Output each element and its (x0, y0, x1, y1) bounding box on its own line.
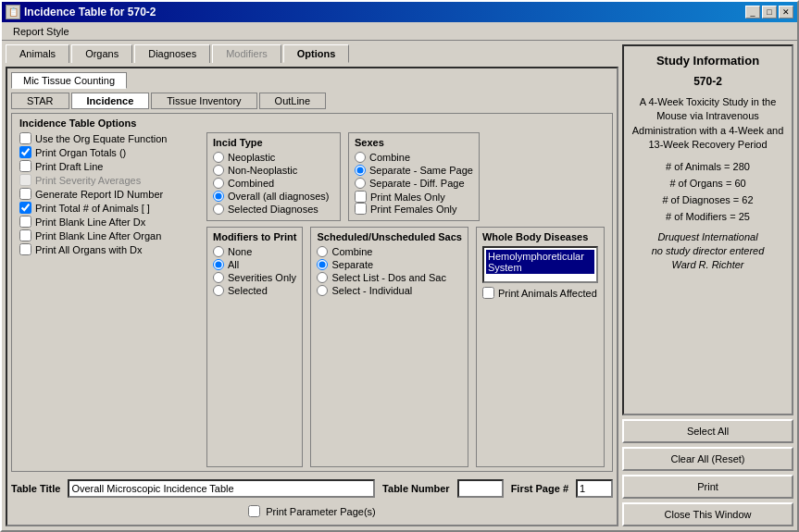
sub-tabs-row1: Mic Tissue Counting (11, 72, 613, 89)
modifiers-box: Modifiers to Print None All (206, 227, 303, 467)
tab-options[interactable]: Options (283, 44, 350, 63)
cb-print-severity-input[interactable] (19, 174, 31, 186)
radio-selected-label: Selected Diagnoses (228, 204, 318, 215)
radio-sac-select-list: Select List - Dos and Sac (317, 272, 462, 283)
radio-sex-separate-diff-input[interactable] (355, 178, 366, 189)
radio-mod-severities: Severities Only (213, 272, 296, 283)
minimize-button[interactable]: _ (745, 6, 760, 19)
radio-sac-select-list-input[interactable] (317, 272, 328, 283)
radio-sex-combine-input[interactable] (355, 152, 366, 163)
radio-mod-none-label: None (228, 246, 252, 257)
tab-diagnoses[interactable]: Diagnoses (134, 44, 210, 63)
whole-body-listbox[interactable]: Hemolymphoreticular System (482, 246, 598, 283)
tab-organs[interactable]: Organs (71, 44, 132, 63)
tab-animals[interactable]: Animals (6, 44, 69, 63)
cb-generate-report-id: Generate Report ID Number (19, 188, 195, 200)
sub-tab-outline[interactable]: OutLine (259, 93, 327, 109)
cb-females-only-input[interactable] (355, 203, 367, 215)
cb-males-only: Print Males Only (355, 191, 473, 203)
select-all-button[interactable]: Select All (622, 419, 793, 443)
sub-tab-incidence[interactable]: Incidence (71, 93, 150, 109)
cb-print-all-organs-input[interactable] (19, 243, 31, 255)
options-checkboxes: Use the Org Equate Function Print Organ … (19, 132, 195, 467)
main-frame: Mic Tissue Counting STAR Incidence Tissu… (6, 67, 618, 526)
outer-tabs: Animals Organs Diagnoses Modifiers Optio… (6, 44, 618, 63)
radio-sac-individual-input[interactable] (317, 285, 328, 296)
radio-neoplastic-label: Neoplastic (228, 152, 275, 163)
cb-print-all-organs-label: Print All Organs with Dx (35, 244, 143, 255)
cb-print-param-input[interactable] (248, 505, 260, 517)
cb-print-total-animals-input[interactable] (19, 202, 31, 214)
cb-generate-report-id-label: Generate Report ID Number (35, 189, 163, 200)
cb-blank-after-organ-input[interactable] (19, 229, 31, 241)
radio-sac-combine-input[interactable] (317, 246, 328, 257)
study-info-title: Study Information (656, 54, 759, 68)
radio-selected-input[interactable] (213, 204, 224, 215)
radio-sex-combine-label: Combine (369, 152, 410, 163)
sub-tab-tissue-inventory[interactable]: Tissue Inventory (151, 93, 256, 109)
radio-sac-separate-label: Separate (331, 259, 373, 270)
cb-print-total-animals: Print Total # of Animals [ ] (19, 202, 195, 214)
cb-males-only-label: Print Males Only (370, 192, 445, 203)
maximize-button[interactable]: □ (762, 6, 777, 19)
radio-overall: Overall (all diagnoses) (213, 191, 334, 202)
cb-print-organ-totals-input[interactable] (19, 146, 31, 158)
sub-tabs-row2: STAR Incidence Tissue Inventory OutLine (11, 93, 613, 109)
menu-report-style[interactable]: Report Style (6, 24, 77, 39)
main-window: 📋 Incidence Table for 570-2 _ □ ✕ Report… (0, 0, 799, 532)
close-button[interactable]: ✕ (779, 6, 793, 19)
close-window-button[interactable]: Close This Window (622, 502, 793, 526)
cb-blank-after-organ: Print Blank Line After Organ (19, 229, 195, 241)
radio-sac-separate-input[interactable] (317, 259, 328, 270)
cb-males-only-input[interactable] (355, 191, 367, 203)
modifiers-title: Modifiers to Print (213, 231, 296, 242)
radio-sex-separate-same-input[interactable] (355, 165, 366, 176)
sub-tab-mic-tissue[interactable]: Mic Tissue Counting (11, 72, 127, 89)
radio-non-neoplastic-input[interactable] (213, 165, 224, 176)
left-panel: Animals Organs Diagnoses Modifiers Optio… (6, 44, 618, 526)
options-title: Incidence Table Options (19, 118, 605, 129)
table-title-input[interactable] (68, 479, 375, 498)
first-page-input[interactable] (576, 479, 613, 498)
cb-use-org-equate: Use the Org Equate Function (19, 132, 195, 144)
bottom-options-row: Modifiers to Print None All (206, 227, 605, 467)
radio-mod-all-label: All (228, 259, 239, 270)
table-number-input[interactable] (457, 479, 504, 498)
radio-combined-label: Combined (228, 178, 274, 189)
study-diagnoses: # of Diagnoses = 62 (662, 194, 753, 205)
cb-blank-after-dx-input[interactable] (19, 216, 31, 228)
right-buttons: Select All Clear All (Reset) Print Close… (622, 419, 793, 526)
listbox-item-hemolymph[interactable]: Hemolymphoreticular System (486, 250, 594, 274)
title-bar: 📋 Incidence Table for 570-2 _ □ ✕ (2, 2, 797, 22)
radio-overall-label: Overall (all diagnoses) (228, 191, 329, 202)
radio-sex-separate-diff: Separate - Diff. Page (355, 178, 473, 189)
tab-modifiers[interactable]: Modifiers (212, 44, 281, 63)
cb-print-animals-affected-input[interactable] (482, 287, 494, 299)
print-button[interactable]: Print (622, 475, 793, 499)
radio-neoplastic-input[interactable] (213, 152, 224, 163)
sub-tab-star[interactable]: STAR (11, 93, 69, 109)
cb-print-severity: Print Severity Averages (19, 174, 195, 186)
radio-sex-separate-same: Separate - Same Page (355, 165, 473, 176)
radio-mod-none: None (213, 246, 296, 257)
radio-combined-input[interactable] (213, 178, 224, 189)
cb-use-org-equate-input[interactable] (19, 132, 31, 144)
cb-print-draft-input[interactable] (19, 160, 31, 172)
cb-print-severity-label: Print Severity Averages (35, 175, 141, 186)
cb-print-animals-affected: Print Animals Affected (482, 287, 598, 299)
whole-body-box: Whole Body Diseases Hemolymphoreticular … (476, 227, 605, 467)
table-title-label: Table Title (11, 483, 60, 494)
radio-mod-severities-input[interactable] (213, 272, 224, 283)
radio-mod-none-input[interactable] (213, 246, 224, 257)
study-info-box: Study Information 570-2 A 4-Week Toxicit… (622, 44, 793, 415)
radio-mod-all-input[interactable] (213, 259, 224, 270)
cb-print-organ-totals-label: Print Organ Totals () (35, 147, 126, 158)
study-organs: # of Organs = 60 (669, 178, 745, 189)
radio-overall-input[interactable] (213, 191, 224, 202)
clear-all-button[interactable]: Clear All (Reset) (622, 447, 793, 471)
cb-generate-report-id-input[interactable] (19, 188, 31, 200)
cb-blank-after-dx: Print Blank Line After Dx (19, 216, 195, 228)
study-director-line2: no study director entered (652, 245, 765, 256)
radio-mod-selected-input[interactable] (213, 285, 224, 296)
study-director-name: Ward R. Richter (671, 259, 743, 270)
